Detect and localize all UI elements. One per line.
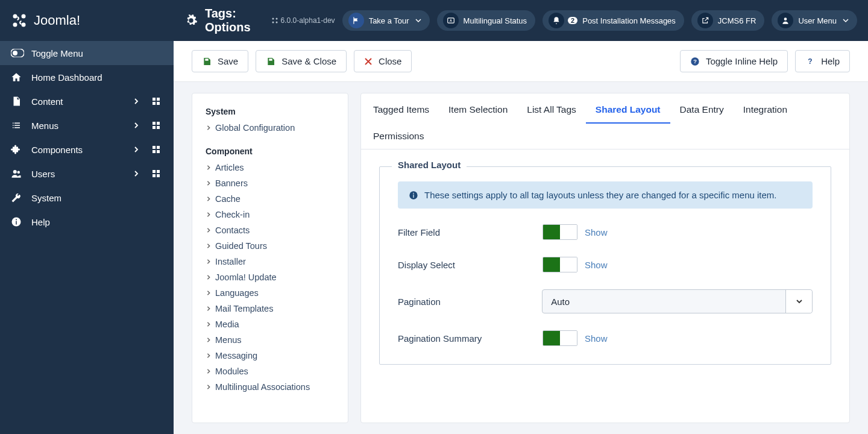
sidebar-item-components[interactable]: Components [0, 137, 174, 162]
sidebar-item-users[interactable]: Users [0, 162, 174, 186]
tab-data-entry[interactable]: Data Entry [670, 97, 734, 124]
grid-icon[interactable] [152, 145, 163, 154]
multilingual-status-button[interactable]: A Multilingual Status [437, 10, 536, 31]
post-install-button[interactable]: 2 Post Installation Messages [542, 10, 684, 31]
toggle-icon [11, 49, 23, 57]
svg-rect-8 [153, 102, 156, 105]
chevron-right-icon [206, 353, 212, 359]
sidebar-item-menus[interactable]: Menus [0, 113, 174, 137]
frontend-link-button[interactable]: JCMS6 FR [691, 10, 765, 31]
component-link-global-configuration[interactable]: Global Configuration [206, 120, 335, 136]
users-icon [11, 168, 23, 179]
svg-rect-22 [153, 174, 156, 177]
component-link-guided-tours[interactable]: Guided Tours [206, 238, 335, 254]
save-button[interactable]: Save [192, 50, 248, 72]
take-tour-button[interactable]: Take a Tour [342, 10, 430, 31]
svg-point-18 [13, 170, 17, 174]
component-link-languages[interactable]: Languages [206, 285, 335, 301]
toggle-menu-button[interactable]: Toggle Menu [0, 41, 174, 65]
chevron-right-icon [206, 180, 212, 186]
sidebar-item-label: Help [31, 217, 163, 227]
svg-point-29 [272, 22, 274, 24]
version-label: 6.0.0-alpha1-dev [271, 16, 335, 25]
pagination-summary-toggle[interactable] [542, 330, 577, 346]
tab-shared-layout[interactable]: Shared Layout [586, 97, 670, 124]
chevron-right-icon [206, 125, 212, 131]
pagination-select[interactable]: Auto [542, 289, 813, 313]
grid-icon[interactable] [152, 169, 163, 178]
component-link-multilingual-associations[interactable]: Multilingual Associations [206, 379, 335, 395]
home-icon [11, 72, 23, 83]
chevron-right-icon [206, 165, 212, 171]
sidebar: Joomla! Toggle Menu Home DashboardConten… [0, 0, 174, 434]
chevron-right-icon [206, 259, 212, 265]
user-menu-button[interactable]: User Menu [772, 10, 857, 31]
chevron-down-icon [843, 17, 849, 24]
component-link-menus[interactable]: Menus [206, 332, 335, 348]
svg-rect-6 [153, 98, 156, 101]
brand: Joomla! [0, 0, 174, 41]
info-icon [11, 216, 23, 227]
toggle-inline-help-button[interactable]: ? Toggle Inline Help [680, 50, 788, 72]
component-link-messaging[interactable]: Messaging [206, 348, 335, 363]
toggle-menu-label: Toggle Menu [31, 48, 163, 58]
pagination-summary-value: Show [585, 333, 608, 344]
tab-tagged-items[interactable]: Tagged Items [363, 97, 439, 124]
notification-badge: 2 [568, 17, 577, 24]
chevron-right-icon [206, 274, 212, 280]
component-link-articles[interactable]: Articles [206, 160, 335, 175]
display-select-value: Show [585, 260, 608, 270]
list-icon [11, 120, 23, 131]
svg-point-33 [784, 17, 787, 20]
tab-item-selection[interactable]: Item Selection [439, 97, 517, 124]
svg-text:?: ? [693, 58, 697, 64]
svg-rect-14 [153, 146, 156, 149]
svg-point-5 [13, 51, 17, 55]
chevron-right-icon [206, 196, 212, 202]
component-link-installer[interactable]: Installer [206, 254, 335, 269]
wrench-icon [11, 192, 23, 203]
svg-rect-17 [157, 150, 160, 153]
component-link-check-in[interactable]: Check-in [206, 207, 335, 222]
filter-field-toggle[interactable] [542, 224, 577, 240]
component-link-cache[interactable]: Cache [206, 191, 335, 207]
sidebar-item-system[interactable]: System [0, 186, 174, 210]
svg-point-0 [13, 14, 17, 19]
shared-layout-fieldset: Shared Layout These settings apply to al… [379, 166, 831, 365]
sidebar-item-home-dashboard[interactable]: Home Dashboard [0, 65, 174, 89]
grid-icon[interactable] [152, 121, 163, 130]
tab-integration[interactable]: Integration [734, 97, 797, 124]
sidebar-item-label: Home Dashboard [31, 72, 163, 83]
save-close-button[interactable]: Save & Close [256, 50, 347, 72]
help-button[interactable]: ? Help [795, 50, 850, 72]
flag-icon [348, 13, 364, 28]
svg-rect-9 [157, 102, 160, 105]
sidebar-item-content[interactable]: Content [0, 89, 174, 113]
sidebar-item-help[interactable]: Help [0, 210, 174, 234]
component-link-joomla-update[interactable]: Joomla! Update [206, 269, 335, 285]
chevron-right-icon [206, 384, 212, 390]
svg-point-39 [413, 192, 414, 193]
question-icon: ? [690, 57, 700, 66]
tab-permissions[interactable]: Permissions [363, 124, 433, 149]
save-icon [266, 57, 275, 66]
tab-list-all-tags[interactable]: List All Tags [517, 97, 586, 124]
component-link-mail-templates[interactable]: Mail Templates [206, 301, 335, 316]
component-link-contacts[interactable]: Contacts [206, 222, 335, 238]
chevron-right-icon [133, 122, 143, 129]
svg-rect-25 [16, 221, 17, 225]
svg-rect-10 [153, 122, 156, 125]
chevron-right-icon [206, 321, 212, 327]
component-link-media[interactable]: Media [206, 316, 335, 332]
close-button[interactable]: Close [354, 50, 412, 72]
grid-icon[interactable] [152, 97, 163, 105]
page-title: Tags: Options [205, 7, 264, 34]
brand-text: Joomla! [34, 13, 80, 28]
chevron-right-icon [206, 306, 212, 312]
display-select-toggle[interactable] [542, 257, 577, 272]
component-link-modules[interactable]: Modules [206, 363, 335, 379]
filter-field-label: Filter Field [398, 227, 542, 237]
component-link-banners[interactable]: Banners [206, 175, 335, 191]
chevron-right-icon [206, 368, 212, 374]
component-list-panel: System Global Configuration Component Ar… [192, 93, 348, 423]
